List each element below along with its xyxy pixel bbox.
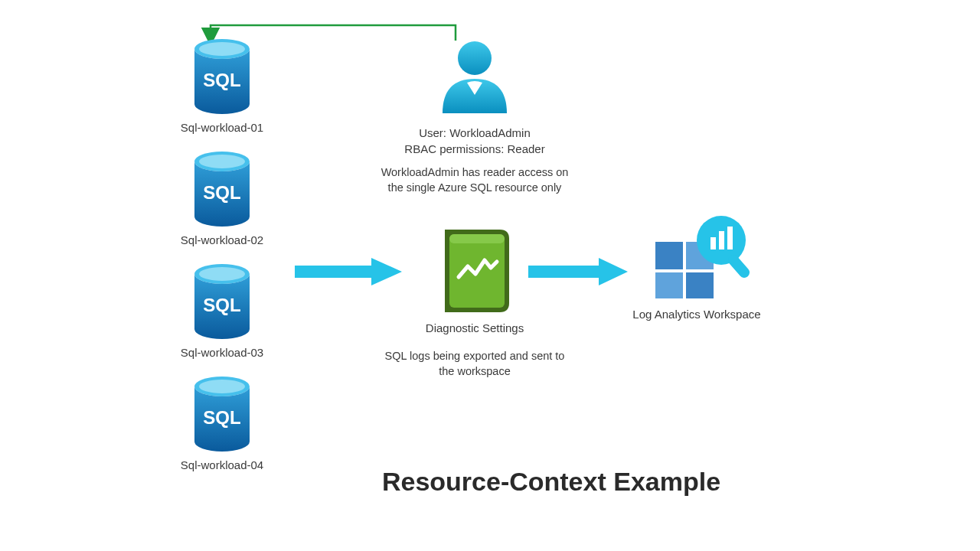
svg-point-2 [199,42,245,56]
user-icon [435,37,515,117]
svg-text:SQL: SQL [203,70,240,90]
diagram-title: Resource-Context Example [322,467,781,497]
sql-workload-02-label: Sql-workload-02 [181,232,263,248]
sql-workload-04: SQL Sql-workload-04 [181,376,263,473]
sql-workload-04-label: Sql-workload-04 [181,457,263,473]
log-analytics-label: Log Analytics Workspace [632,306,760,322]
svg-rect-18 [655,272,683,298]
svg-text:SQL: SQL [203,407,240,428]
svg-rect-19 [686,272,714,298]
sql-database-icon: SQL [191,151,253,227]
svg-point-13 [458,41,492,75]
diagnostic-settings-label: Diagnostic Settings [426,320,524,336]
diagnostic-settings-description: SQL logs being exported and sent to the … [385,348,565,380]
user-desc-line1: WorkloadAdmin has reader access on [381,165,569,180]
svg-rect-15 [449,234,505,243]
svg-rect-21 [710,237,716,249]
user-line1: User: WorkloadAdmin [404,125,544,141]
sql-database-icon: SQL [191,263,253,340]
user-identity: User: WorkloadAdmin RBAC permissions: Re… [404,125,544,157]
sql-workload-column: SQL Sql-workload-01 SQL Sql-workload-02 … [161,38,283,484]
user-desc-line2: the single Azure SQL resource only [381,180,569,195]
sql-workload-01: SQL Sql-workload-01 [181,38,263,135]
sql-workload-02: SQL Sql-workload-02 [181,151,263,248]
sql-database-icon: SQL [191,376,253,452]
sql-workload-03: SQL Sql-workload-03 [181,263,263,360]
diag-desc-line1: SQL logs being exported and sent to [385,348,565,364]
log-analytics-workspace-icon [643,214,750,298]
svg-point-11 [199,380,245,393]
svg-rect-22 [719,231,724,249]
diag-desc-line2: the workspace [385,364,565,379]
svg-text:SQL: SQL [203,182,240,203]
sql-database-icon: SQL [191,38,253,115]
log-analytics-block: Log Analytics Workspace [605,214,789,322]
sql-workload-03-label: Sql-workload-03 [181,344,263,360]
svg-point-8 [199,267,245,281]
sql-workload-01-label: Sql-workload-01 [181,119,263,135]
svg-rect-16 [655,242,683,269]
diagnostic-settings-icon [440,230,509,312]
user-description: WorkloadAdmin has reader access on the s… [381,165,569,196]
user-line2: RBAC permissions: Reader [404,141,544,157]
diagnostic-settings-block: Diagnostic Settings SQL logs being expor… [360,230,590,380]
svg-rect-23 [727,227,733,249]
svg-point-5 [199,155,245,168]
svg-text:SQL: SQL [203,295,240,315]
user-block: User: WorkloadAdmin RBAC permissions: Re… [348,37,601,196]
